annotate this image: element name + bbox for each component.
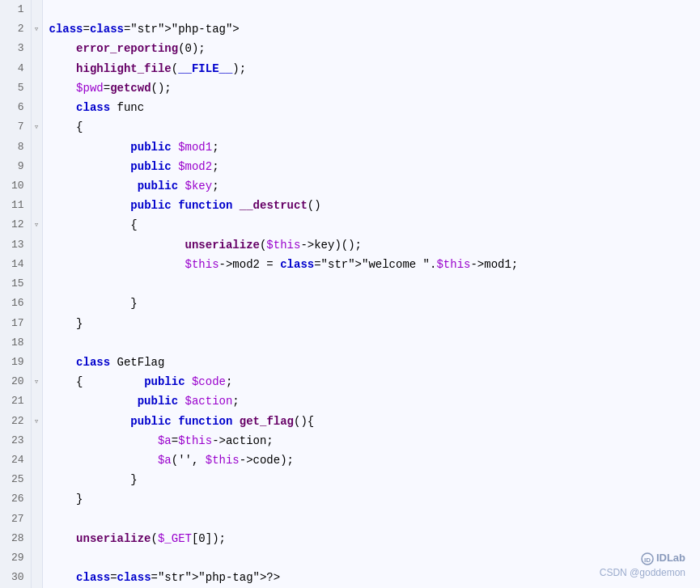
- fold-icon: [31, 333, 42, 353]
- code-line: [42, 333, 700, 353]
- fold-icon: [31, 294, 42, 313]
- line-number: 16: [0, 294, 31, 313]
- line-number: 2: [0, 19, 31, 39]
- svg-text:ID: ID: [644, 556, 651, 564]
- line-number: 12: [0, 215, 31, 235]
- line-number: 14: [0, 255, 31, 274]
- code-container: 12▿class=class="str">"php-tag">3 error_r…: [0, 0, 700, 588]
- fold-icon: [31, 235, 42, 255]
- fold-icon[interactable]: ▿: [31, 372, 42, 391]
- line-number: 28: [0, 529, 31, 548]
- fold-icon[interactable]: ▿: [31, 215, 42, 235]
- code-line: highlight_file(__FILE__);: [42, 59, 700, 78]
- line-number: 22: [0, 412, 31, 431]
- idlab-icon: ID: [641, 552, 654, 565]
- code-line: [42, 0, 700, 19]
- line-number: 3: [0, 39, 31, 58]
- line-number: 30: [0, 568, 31, 588]
- fold-icon: [31, 489, 42, 509]
- code-line: class GetFlag: [42, 353, 700, 372]
- line-number: 6: [0, 98, 31, 117]
- fold-icon[interactable]: ▿: [31, 412, 42, 431]
- code-line: {: [42, 215, 700, 235]
- line-number: 1: [0, 0, 31, 19]
- code-line: public function __destruct(): [42, 196, 700, 215]
- fold-icon: [31, 137, 42, 157]
- fold-icon: [31, 196, 42, 215]
- line-number: 19: [0, 353, 31, 372]
- line-number: 11: [0, 196, 31, 215]
- fold-icon: [31, 529, 42, 548]
- line-number: 20: [0, 372, 31, 391]
- code-table: 12▿class=class="str">"php-tag">3 error_r…: [0, 0, 700, 588]
- code-line: }: [42, 489, 700, 509]
- fold-icon: [31, 470, 42, 489]
- code-line: {: [42, 117, 700, 137]
- line-number: 21: [0, 391, 31, 411]
- code-line: unserialize($this->key)();: [42, 235, 700, 255]
- code-line: $a('', $this->code);: [42, 451, 700, 470]
- code-line: public $mod1;: [42, 137, 700, 157]
- line-number: 18: [0, 333, 31, 353]
- line-number: 10: [0, 176, 31, 196]
- line-number: 25: [0, 470, 31, 489]
- code-line: }: [42, 470, 700, 489]
- line-number: 15: [0, 274, 31, 294]
- line-number: 23: [0, 431, 31, 451]
- code-line: public $mod2;: [42, 157, 700, 176]
- watermark: ID IDLab CSDN @goddemon: [600, 552, 685, 578]
- code-line: public $action;: [42, 391, 700, 411]
- line-number: 24: [0, 451, 31, 470]
- line-number: 26: [0, 489, 31, 509]
- code-line: public $key;: [42, 176, 700, 196]
- code-line: class func: [42, 98, 700, 117]
- code-line: $this->mod2 = class="str">"welcome ".$th…: [42, 255, 700, 274]
- code-line: public function get_flag(){: [42, 412, 700, 431]
- fold-icon: [31, 157, 42, 176]
- watermark-logo: ID IDLab: [641, 552, 685, 565]
- code-line: $pwd=getcwd();: [42, 78, 700, 98]
- fold-icon: [31, 0, 42, 19]
- code-line: [42, 510, 700, 529]
- fold-icon: [31, 391, 42, 411]
- fold-icon: [31, 353, 42, 372]
- line-number: 5: [0, 78, 31, 98]
- fold-icon: [31, 451, 42, 470]
- watermark-sub: CSDN @goddemon: [600, 567, 685, 578]
- fold-icon: [31, 274, 42, 294]
- fold-icon[interactable]: ▿: [31, 117, 42, 137]
- fold-icon: [31, 548, 42, 568]
- fold-icon: [31, 255, 42, 274]
- fold-icon: [31, 510, 42, 529]
- fold-icon[interactable]: ▿: [31, 19, 42, 39]
- code-line: unserialize($_GET[0]);: [42, 529, 700, 548]
- line-number: 7: [0, 117, 31, 137]
- fold-icon: [31, 39, 42, 58]
- code-line: class=class="str">"php-tag">: [42, 19, 700, 39]
- line-number: 13: [0, 235, 31, 255]
- code-line: $a=$this->action;: [42, 431, 700, 451]
- line-number: 9: [0, 157, 31, 176]
- line-number: 8: [0, 137, 31, 157]
- code-line: error_reporting(0);: [42, 39, 700, 58]
- line-number: 27: [0, 510, 31, 529]
- line-number: 4: [0, 59, 31, 78]
- line-number: 29: [0, 548, 31, 568]
- fold-icon: [31, 568, 42, 588]
- fold-icon: [31, 431, 42, 451]
- fold-icon: [31, 78, 42, 98]
- fold-icon: [31, 314, 42, 333]
- fold-icon: [31, 98, 42, 117]
- fold-icon: [31, 59, 42, 78]
- code-line: [42, 274, 700, 294]
- code-line: }: [42, 294, 700, 313]
- fold-icon: [31, 176, 42, 196]
- code-line: { public $code;: [42, 372, 700, 391]
- code-line: }: [42, 314, 700, 333]
- line-number: 17: [0, 314, 31, 333]
